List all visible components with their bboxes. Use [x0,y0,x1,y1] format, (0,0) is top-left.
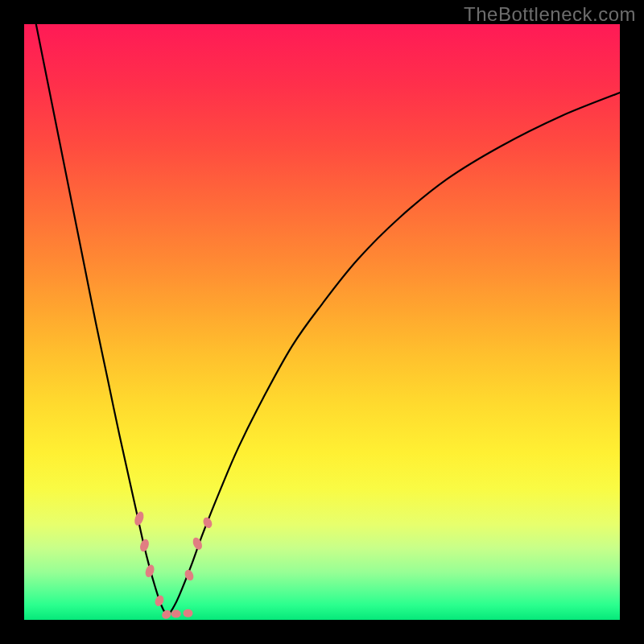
marker-point [184,609,193,617]
marker-group [133,510,213,620]
curve-layer [24,24,620,620]
marker-point [133,510,146,526]
curve-left-arm [36,24,167,617]
marker-point [144,564,156,578]
attribution-label: TheBottleneck.com [464,3,636,26]
plot-area [24,24,620,620]
marker-point [138,538,151,552]
curve-right-arm [167,93,620,617]
marker-point [171,610,181,618]
chart-frame: TheBottleneck.com [0,0,644,644]
marker-point [153,594,165,608]
marker-point [201,516,213,530]
